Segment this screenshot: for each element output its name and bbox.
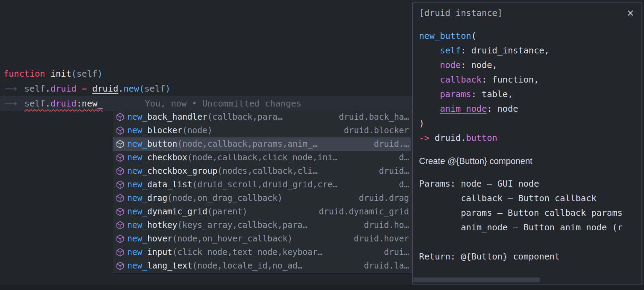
- method-symbol-icon: [116, 262, 124, 270]
- autocomplete-item-module: druid.ho…: [360, 219, 409, 232]
- autocomplete-item-label: new_dynamic_grid(parent): [127, 205, 247, 219]
- autocomplete-item-module: d…: [395, 178, 409, 191]
- method-symbol-icon: [116, 126, 124, 135]
- autocomplete-item[interactable]: new_input(click_node,text_node,keyboar… …: [113, 246, 411, 259]
- method-symbol-icon: [116, 221, 124, 230]
- method-symbol-icon: [116, 248, 124, 257]
- autocomplete-item[interactable]: new_button(node,callback,params,anim_… d…: [113, 137, 411, 151]
- doc-params-line: callback — Button callback: [419, 191, 642, 206]
- doc-signature-line: node: node,: [419, 58, 642, 72]
- method-symbol-icon: [116, 113, 124, 121]
- autocomplete-item-module: druid…: [375, 164, 409, 178]
- doc-params-line: anim_node — Button anim node (r: [419, 220, 642, 235]
- autocomplete-item[interactable]: new_data_list(druid_scroll,druid_grid,cr…: [113, 178, 411, 191]
- code-line-2[interactable]: self.druid = druid.new(self): [3, 83, 171, 94]
- code-editor: ⟶ ⟶ function init(self) self.druid = dru…: [0, 0, 644, 290]
- method-symbol-icon: [116, 180, 124, 189]
- autocomplete-item[interactable]: new_hotkey(keys_array,callback,para… dru…: [113, 219, 411, 232]
- autocomplete-item[interactable]: new_drag(node,on_drag_callback) druid.dr…: [113, 191, 411, 205]
- autocomplete-item-label: new_data_list(druid_scroll,druid_grid,cr…: [127, 178, 338, 191]
- doc-title: [druid_instance]: [419, 6, 642, 20]
- autocomplete-item-label: new_input(click_node,text_node,keyboar…: [127, 246, 323, 259]
- autocomplete-item-module: druid.blocker: [340, 124, 409, 137]
- autocomplete-item-module: druid.…: [370, 137, 409, 151]
- autocomplete-item[interactable]: new_checkbox(node,callback,click_node,in…: [113, 151, 411, 164]
- doc-return-line: Return: @{Button} component: [419, 249, 642, 264]
- error-squiggle: self.druid:new_: [24, 99, 103, 109]
- suggest-details-panel: × [druid_instance] new_button( self: dru…: [412, 2, 642, 284]
- autocomplete-item-module: druid.dynamic_grid: [315, 205, 409, 219]
- autocomplete-item-label: new_hotkey(keys_array,callback,para…: [127, 219, 307, 232]
- git-blame-annotation: You, now • Uncommitted changes: [145, 98, 302, 109]
- code-line-1[interactable]: function init(self): [3, 68, 103, 79]
- autocomplete-item[interactable]: new_checkbox_group(nodes,callback,cli… d…: [113, 164, 411, 178]
- method-symbol-icon: [116, 194, 124, 203]
- autocomplete-item-module: druid.hover: [350, 232, 409, 246]
- autocomplete-item-module: druid.la…: [360, 259, 409, 273]
- doc-params-line: Params: node — GUI node: [419, 177, 642, 191]
- autocomplete-item-label: new_blocker(node): [127, 124, 212, 137]
- method-symbol-icon: [116, 140, 124, 148]
- doc-signature-line: callback: function,: [419, 72, 642, 87]
- close-icon[interactable]: ×: [625, 7, 636, 18]
- doc-signature-line: new_button(: [419, 29, 642, 43]
- autocomplete-item-label: new_back_handler(callback,para…: [127, 110, 282, 124]
- autocomplete-item-module: druid.drag: [355, 191, 409, 205]
- horizontal-scrollbar[interactable]: [414, 278, 540, 282]
- method-symbol-icon: [116, 207, 124, 216]
- autocomplete-item-module: druid.back_ha…: [335, 110, 409, 124]
- autocomplete-item-label: new_lang_text(node,locale_id,no_ad…: [127, 259, 303, 273]
- doc-signature-line: anim_node: node: [419, 102, 642, 116]
- autocomplete-item[interactable]: new_dynamic_grid(parent) druid.dynamic_g…: [113, 205, 411, 219]
- autocomplete-item[interactable]: new_lang_text(node,locale_id,no_ad… drui…: [113, 259, 411, 273]
- method-symbol-icon: [116, 153, 124, 162]
- autocomplete-item-label: new_drag(node,on_drag_callback): [127, 191, 282, 205]
- editor-bottom-edge: [0, 284, 644, 290]
- doc-return-type-line: -> druid.button: [419, 131, 642, 145]
- autocomplete-item-module: drui…: [380, 246, 409, 259]
- autocomplete-item-label: new_checkbox_group(nodes,callback,cli…: [127, 164, 317, 178]
- autocomplete-item-label: new_checkbox(node,callback,click_node,in…: [127, 151, 338, 164]
- autocomplete-item[interactable]: new_hover(node,on_hover_callback) druid.…: [113, 232, 411, 246]
- autocomplete-item[interactable]: new_blocker(node) druid.blocker: [113, 124, 411, 137]
- code-line-3[interactable]: self.druid:new_: [3, 98, 103, 109]
- doc-signature-line: self: druid_instance,: [419, 43, 642, 58]
- autocomplete-popup: new_back_handler(callback,para… druid.ba…: [113, 110, 411, 273]
- doc-signature-line: ): [419, 116, 642, 131]
- doc-params-line: params — Button callback params: [419, 206, 642, 220]
- doc-signature-line: params: table,: [419, 87, 642, 102]
- autocomplete-item[interactable]: new_back_handler(callback,para… druid.ba…: [113, 110, 411, 124]
- autocomplete-item-module: d…: [395, 151, 409, 164]
- autocomplete-item-label: new_hover(node,on_hover_callback): [127, 232, 293, 246]
- autocomplete-item-label: new_button(node,callback,params,anim_…: [127, 137, 317, 151]
- method-symbol-icon: [116, 234, 124, 243]
- doc-description: Create @{Button} component: [419, 154, 642, 168]
- method-symbol-icon: [116, 167, 124, 176]
